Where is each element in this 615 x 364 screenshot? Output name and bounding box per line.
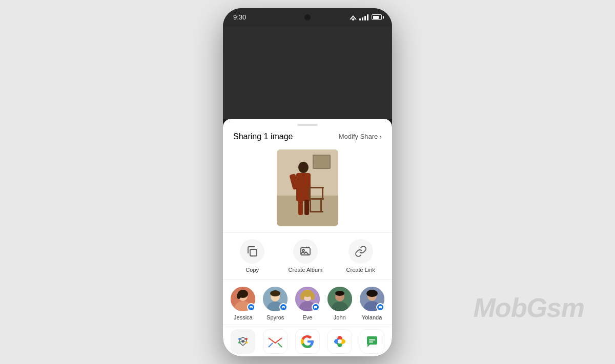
svg-rect-75 <box>369 339 375 340</box>
john-avatar <box>327 287 352 311</box>
svg-rect-18 <box>309 188 310 200</box>
eve-badge <box>312 303 320 311</box>
battery-icon <box>372 14 382 20</box>
eve-name: Eve <box>303 314 313 320</box>
google-icon <box>295 329 320 354</box>
gmail-icon <box>263 329 288 354</box>
sheet-header: Sharing 1 image Modify Share › <box>223 126 392 145</box>
john-name: John <box>334 314 346 320</box>
svg-rect-17 <box>310 211 323 212</box>
svg-rect-19 <box>322 188 323 200</box>
chevron-right-icon: › <box>379 133 382 141</box>
image-preview <box>223 145 392 232</box>
svg-point-58 <box>245 338 248 340</box>
google-chat-svg <box>364 333 380 350</box>
contact-yolanda[interactable]: Yolanda <box>359 287 385 320</box>
modify-share-button[interactable]: Modify Share › <box>339 133 382 141</box>
photo-viewer-dark <box>223 27 392 119</box>
app-google-chat[interactable]: Google Chat <box>359 329 385 356</box>
svg-rect-12 <box>304 200 309 215</box>
svg-point-73 <box>338 339 342 344</box>
app-google[interactable]: Google <box>294 329 321 356</box>
apps-row: Nearby Share <box>223 325 392 356</box>
svg-point-59 <box>245 341 248 344</box>
svg-rect-15 <box>310 200 311 212</box>
jessica-badge <box>247 303 255 311</box>
status-time: 9:30 <box>233 13 246 21</box>
nearby-share-icon <box>231 329 255 354</box>
photos-svg <box>332 333 348 350</box>
svg-rect-8 <box>314 156 330 168</box>
camera-dot <box>304 14 311 20</box>
spyros-name: Spyros <box>266 314 284 320</box>
spyros-avatar-wrapper <box>263 287 288 311</box>
svg-point-51 <box>366 290 378 297</box>
page-background: MobGsm 9:30 <box>0 0 615 364</box>
eve-avatar-wrapper <box>295 287 320 311</box>
create-link-action[interactable]: Create Link <box>346 239 375 273</box>
spyros-badge <box>279 303 288 311</box>
create-album-label: Create Album <box>289 267 323 273</box>
chat-badge-icon <box>313 305 318 310</box>
copy-label: Copy <box>245 267 259 273</box>
jessica-name: Jessica <box>234 314 253 320</box>
copy-icon <box>246 245 258 258</box>
svg-rect-22 <box>301 248 310 255</box>
google-svg <box>299 333 316 350</box>
preview-image <box>277 149 338 226</box>
signal-bars-icon <box>359 14 368 20</box>
chat-badge-icon2 <box>378 305 383 310</box>
svg-point-57 <box>238 338 240 340</box>
yolanda-badge <box>376 303 384 311</box>
action-row: Copy Create Album <box>223 232 392 280</box>
contacts-row: Jessica <box>223 280 392 325</box>
link-icon <box>355 245 367 258</box>
modify-share-label: Modify Share <box>339 133 378 140</box>
status-bar: 9:30 <box>223 8 392 27</box>
app-nearby-share[interactable]: Nearby Share <box>230 329 256 356</box>
contact-jessica[interactable]: Jessica <box>230 287 256 320</box>
yolanda-name: Yolanda <box>362 314 382 320</box>
john-avatar-wrapper <box>327 287 352 311</box>
messages-badge-icon <box>249 305 254 310</box>
svg-rect-76 <box>369 341 373 342</box>
app-gmail[interactable]: Gmail <box>262 329 289 356</box>
svg-rect-21 <box>250 249 257 256</box>
svg-point-34 <box>270 290 280 296</box>
svg-point-41 <box>300 293 304 300</box>
svg-rect-16 <box>320 200 322 212</box>
wifi-icon <box>349 14 357 20</box>
svg-point-47 <box>335 291 344 296</box>
contact-john[interactable]: John <box>326 287 353 320</box>
create-album-action[interactable]: Create Album <box>289 239 323 273</box>
preview-image-content <box>277 149 338 226</box>
svg-point-56 <box>242 340 244 342</box>
contact-eve[interactable]: Eve <box>294 287 321 320</box>
svg-point-9 <box>298 162 309 173</box>
create-link-icon-circle <box>348 239 373 264</box>
contact-spyros[interactable]: Spyros <box>262 287 289 320</box>
svg-point-28 <box>237 293 241 299</box>
nearby-share-svg <box>235 334 251 349</box>
svg-rect-14 <box>309 198 324 200</box>
svg-rect-11 <box>298 200 303 215</box>
create-link-label: Create Link <box>346 267 375 273</box>
svg-point-23 <box>302 249 304 251</box>
messages-badge-icon2 <box>281 305 286 310</box>
svg-rect-20 <box>309 187 324 188</box>
jessica-avatar-wrapper <box>231 287 255 311</box>
photos-icon <box>327 329 352 354</box>
photo-svg <box>277 149 338 226</box>
gmail-svg <box>267 333 283 350</box>
sharing-title: Sharing 1 image <box>233 132 293 141</box>
svg-point-42 <box>311 293 315 300</box>
phone-frame: 9:30 <box>223 8 392 356</box>
app-photos[interactable]: Photos <box>326 329 353 356</box>
john-photo <box>327 287 352 311</box>
google-chat-icon <box>360 329 384 354</box>
album-icon <box>299 245 312 258</box>
yolanda-avatar-wrapper <box>360 287 384 311</box>
watermark: MobGsm <box>474 292 584 323</box>
copy-action[interactable]: Copy <box>240 239 264 273</box>
share-sheet: Sharing 1 image Modify Share › <box>223 119 392 356</box>
